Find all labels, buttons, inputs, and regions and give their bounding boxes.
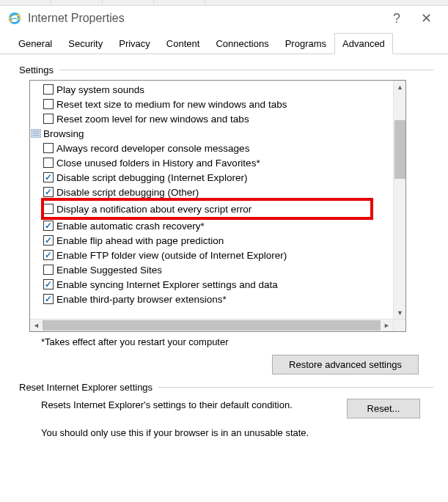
setting-label: Enable flip ahead with page prediction: [56, 235, 224, 246]
setting-item[interactable]: Enable FTP folder view (outside of Inter…: [30, 248, 393, 262]
setting-item[interactable]: Display a notification about every scrip…: [43, 200, 371, 218]
setting-item[interactable]: Enable flip ahead with page prediction: [30, 233, 393, 248]
restore-advanced-button[interactable]: Restore advanced settings: [272, 355, 419, 374]
checkbox[interactable]: [43, 204, 54, 214]
setting-label: Enable Suggested Sites: [56, 265, 162, 276]
tab-security[interactable]: Security: [60, 33, 111, 54]
setting-item[interactable]: Enable syncing Internet Explorer setting…: [30, 277, 393, 292]
reset-group-label: Reset Internet Explorer settings: [19, 382, 153, 393]
window-title: Internet Properties: [28, 12, 125, 25]
tab-advanced[interactable]: Advanced: [334, 33, 393, 54]
category-header: Browsing: [30, 126, 393, 141]
scroll-thumb-horizontal[interactable]: [43, 320, 381, 331]
internet-properties-dialog: Internet Properties ? ✕ GeneralSecurityP…: [0, 6, 448, 444]
tab-connections[interactable]: Connections: [208, 33, 276, 54]
setting-item[interactable]: Reset text size to medium for new window…: [30, 97, 393, 111]
tab-bar: GeneralSecurityPrivacyContentConnections…: [0, 32, 448, 54]
divider: [59, 70, 433, 70]
checkbox[interactable]: [43, 279, 54, 289]
setting-label: Enable third-party browser extensions*: [56, 294, 227, 305]
checkbox[interactable]: [43, 187, 54, 197]
setting-item[interactable]: Close unused folders in History and Favo…: [30, 155, 393, 170]
scroll-corner: [393, 320, 405, 331]
setting-label: Reset zoom level for new windows and tab…: [56, 114, 249, 125]
scrollbar-vertical[interactable]: ▲ ▼: [393, 81, 405, 319]
reset-warning: You should only use this if your browser…: [41, 427, 420, 438]
setting-item[interactable]: Enable Suggested Sites: [30, 262, 393, 277]
tab-content[interactable]: Content: [158, 33, 208, 54]
ie-icon: [7, 11, 22, 26]
scroll-thumb-vertical[interactable]: [394, 120, 405, 179]
scrollbar-horizontal[interactable]: ◄ ►: [30, 319, 405, 331]
reset-button[interactable]: Reset...: [347, 399, 420, 418]
setting-label: Enable automatic crash recovery*: [56, 221, 205, 232]
checkbox[interactable]: [43, 99, 54, 109]
restart-note: *Takes effect after you restart your com…: [41, 336, 433, 347]
settings-listbox[interactable]: Play system soundsReset text size to med…: [29, 80, 406, 332]
close-button[interactable]: ✕: [411, 10, 441, 26]
checkbox[interactable]: [43, 221, 54, 231]
setting-item[interactable]: Play system sounds: [30, 82, 393, 97]
setting-label: Play system sounds: [56, 84, 144, 95]
category-label: Browsing: [43, 128, 84, 139]
reset-description: Resets Internet Explorer's settings to t…: [41, 399, 332, 412]
setting-label: Enable FTP folder view (outside of Inter…: [56, 250, 287, 261]
setting-label: Display a notification about every scrip…: [56, 204, 251, 215]
checkbox[interactable]: [43, 172, 54, 182]
scroll-right-arrow-icon[interactable]: ►: [381, 320, 393, 331]
setting-item[interactable]: Reset zoom level for new windows and tab…: [30, 111, 393, 126]
tab-programs[interactable]: Programs: [277, 33, 334, 54]
help-button[interactable]: ?: [382, 11, 411, 26]
checkbox[interactable]: [43, 84, 54, 95]
setting-item[interactable]: Always record developer console messages: [30, 141, 393, 155]
tab-general[interactable]: General: [10, 33, 60, 54]
background-tabs: [0, 0, 448, 6]
setting-label: Always record developer console messages: [56, 143, 249, 154]
settings-group-label: Settings: [19, 64, 54, 75]
setting-label: Close unused folders in History and Favo…: [56, 158, 260, 169]
category-icon: [30, 128, 42, 139]
checkbox[interactable]: [43, 294, 54, 304]
tab-privacy[interactable]: Privacy: [111, 33, 158, 54]
setting-item[interactable]: Disable script debugging (Internet Explo…: [30, 170, 393, 185]
setting-label: Disable script debugging (Internet Explo…: [56, 172, 247, 183]
scroll-up-arrow-icon[interactable]: ▲: [394, 81, 405, 93]
setting-item[interactable]: Disable script debugging (Other): [30, 185, 393, 199]
checkbox[interactable]: [43, 250, 54, 260]
setting-item[interactable]: Enable automatic crash recovery*: [30, 218, 393, 233]
setting-item[interactable]: Enable third-party browser extensions*: [30, 292, 393, 306]
setting-label: Reset text size to medium for new window…: [56, 99, 287, 110]
scroll-left-arrow-icon[interactable]: ◄: [30, 320, 43, 331]
checkbox[interactable]: [43, 265, 54, 275]
setting-label: Enable syncing Internet Explorer setting…: [56, 279, 278, 290]
checkbox[interactable]: [43, 143, 54, 153]
scroll-down-arrow-icon[interactable]: ▼: [394, 306, 405, 319]
setting-label: Disable script debugging (Other): [56, 187, 199, 198]
checkbox[interactable]: [43, 158, 54, 168]
divider: [158, 387, 433, 388]
checkbox[interactable]: [43, 114, 54, 124]
checkbox[interactable]: [43, 235, 54, 246]
